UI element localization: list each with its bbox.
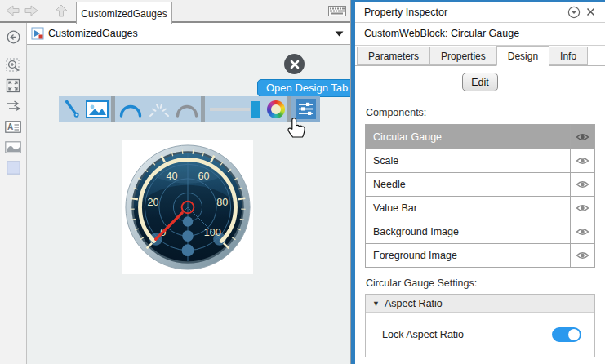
model-canvas[interactable]: Open Design Tab <box>27 45 350 364</box>
gauge-edit-toolbar <box>59 96 320 122</box>
visibility-toggle[interactable] <box>570 149 594 172</box>
color-wheel-icon <box>267 100 285 118</box>
color-wheel-tool-button[interactable] <box>265 96 287 122</box>
property-inspector-titlebar: Property Inspector <box>355 2 605 23</box>
design-tooltip: Open Design Tab <box>257 79 350 97</box>
component-row-value-bar[interactable]: Value Bar <box>366 196 594 220</box>
gauge-major-tick <box>238 198 245 199</box>
settings-label: Circular Gauge Settings: <box>366 277 605 289</box>
visibility-toggle[interactable] <box>570 197 594 220</box>
circular-gauge: 020406080100 <box>124 144 251 271</box>
aspect-ratio-section: ▼ Aspect Ratio Lock Aspect Ratio <box>365 294 595 357</box>
signal-routing-button[interactable] <box>3 97 23 115</box>
blue-square-icon <box>7 161 20 175</box>
blue-arc-icon <box>118 99 144 120</box>
viewmark-button[interactable] <box>3 138 23 156</box>
visibility-toggle[interactable] <box>570 244 594 267</box>
editor-area: CustomizedGauges <box>0 0 350 364</box>
close-overlay-button[interactable] <box>284 54 305 74</box>
image-tool-button[interactable] <box>83 96 111 122</box>
arc-scale-tool-button[interactable] <box>115 96 145 122</box>
forward-icon <box>24 4 40 17</box>
gauge-tick-label: 100 <box>204 227 221 238</box>
needle-tool-button[interactable] <box>59 96 83 122</box>
svg-text:A: A <box>7 122 13 131</box>
component-row-foreground-image[interactable]: Foreground Image <box>366 243 594 267</box>
visibility-toggle[interactable] <box>570 220 594 243</box>
design-sliders-icon <box>296 99 316 119</box>
fit-to-view-button[interactable] <box>3 77 23 95</box>
tab-parameters[interactable]: Parameters <box>357 47 430 65</box>
visibility-toggle[interactable] <box>570 125 594 149</box>
tab-design[interactable]: Design <box>496 46 549 66</box>
gauge-tick-label: 20 <box>148 197 159 208</box>
document-tab-bar: CustomizedGauges <box>0 0 350 23</box>
component-row-scale[interactable]: Scale <box>366 149 594 172</box>
inspector-tabs: Parameters Properties Design Info <box>355 46 605 66</box>
toggle-knob <box>568 329 580 340</box>
eye-icon <box>576 251 589 260</box>
eye-icon <box>576 227 589 237</box>
annotation-icon: A <box>5 121 21 133</box>
tab-info[interactable]: Info <box>549 47 588 65</box>
component-row-circular-gauge[interactable]: Circular Gauge <box>366 125 594 149</box>
tab-properties[interactable]: Properties <box>429 47 497 65</box>
content-divider <box>355 100 605 100</box>
breadcrumb[interactable]: CustomizedGauges <box>27 23 350 45</box>
gauge-tick-label: 60 <box>198 171 209 182</box>
sidebar-divider <box>5 51 21 51</box>
breadcrumb-model-name: CustomizedGauges <box>48 28 335 39</box>
left-toolstrip: A <box>0 23 27 364</box>
inspected-block-name: CustomWebBlock: Circular Gauge <box>355 23 605 46</box>
eye-icon <box>576 156 589 166</box>
eye-icon <box>576 180 589 189</box>
property-inspector-title: Property Inspector <box>364 7 566 18</box>
panel-menu-button[interactable] <box>566 5 582 20</box>
close-x-icon <box>586 7 595 16</box>
lock-aspect-ratio-label: Lock Aspect Ratio <box>382 329 464 340</box>
circle-chevron-down-icon <box>567 6 581 19</box>
back-button[interactable] <box>2 1 22 20</box>
annotation-button[interactable]: A <box>3 118 23 135</box>
gray-arc-icon <box>174 99 200 120</box>
zoom-region-button[interactable] <box>3 56 23 74</box>
model-icon <box>31 27 44 40</box>
eye-icon <box>576 132 589 142</box>
visibility-toggle[interactable] <box>570 173 594 196</box>
components-label: Components: <box>366 107 605 118</box>
document-tab-label: CustomizedGauges <box>81 8 167 20</box>
lock-aspect-ratio-toggle[interactable] <box>552 327 581 342</box>
value-bar-icon <box>207 99 264 120</box>
gauge-tick-label: 40 <box>166 171 177 182</box>
breadcrumb-dropdown-icon[interactable] <box>335 31 344 37</box>
up-button[interactable] <box>51 1 71 20</box>
circle-left-arrow-icon <box>7 30 20 44</box>
app-window: CustomizedGauges <box>0 0 605 364</box>
aspect-ratio-body: Lock Aspect Ratio <box>366 313 594 357</box>
gauge-minor-tick <box>193 150 194 154</box>
keyboard-shortcuts-button[interactable] <box>327 4 347 18</box>
design-tab-tool-button[interactable] <box>291 96 320 122</box>
value-bar-tool-button[interactable] <box>205 96 265 122</box>
hide-explorer-button[interactable] <box>3 28 23 46</box>
tick-marks-tool-button[interactable] <box>145 96 173 122</box>
zoom-in-icon <box>6 58 21 73</box>
image-thumbnail-icon <box>5 141 21 153</box>
document-tab[interactable]: CustomizedGauges <box>76 2 172 24</box>
gauge-tick-label: 80 <box>216 197 228 208</box>
palette-swatch-button[interactable] <box>3 158 23 176</box>
gauge-major-tick <box>131 198 138 199</box>
secondary-arc-tool-button[interactable] <box>173 96 201 122</box>
panel-close-button[interactable] <box>582 5 598 20</box>
keyboard-icon <box>328 6 346 16</box>
circular-gauge-block[interactable]: 020406080100 <box>122 140 253 274</box>
forward-button[interactable] <box>22 1 42 20</box>
edit-button[interactable]: Edit <box>462 73 498 91</box>
image-tool-icon <box>86 100 109 119</box>
radial-ticks-icon <box>147 99 171 120</box>
aspect-ratio-header[interactable]: ▼ Aspect Ratio <box>366 295 594 313</box>
component-row-needle[interactable]: Needle <box>366 172 594 196</box>
component-row-background-image[interactable]: Background Image <box>366 220 594 243</box>
design-tooltip-label: Open Design Tab <box>266 82 348 94</box>
gauge-minor-tick <box>182 150 183 154</box>
